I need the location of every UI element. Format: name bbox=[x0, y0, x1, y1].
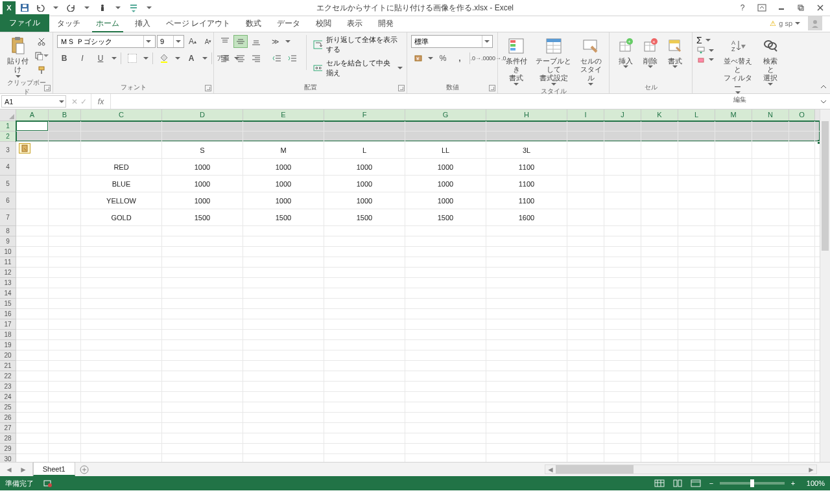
align-right[interactable] bbox=[249, 52, 263, 65]
cell-H4[interactable]: 1100 bbox=[486, 159, 567, 176]
decrease-font-size[interactable]: A▾ bbox=[201, 35, 215, 48]
row-header-3[interactable]: 3 bbox=[0, 142, 16, 159]
tab-developer[interactable]: 開発 bbox=[370, 16, 401, 32]
ribbon-display-options[interactable] bbox=[752, 0, 772, 16]
cell-F6[interactable]: 1000 bbox=[324, 192, 405, 209]
row-header-1[interactable]: 1 bbox=[0, 121, 16, 132]
redo-dropdown[interactable] bbox=[79, 1, 95, 15]
cell-G5[interactable]: 1000 bbox=[405, 176, 486, 192]
qat-customize-button[interactable] bbox=[126, 1, 141, 15]
row-header-21[interactable]: 21 bbox=[0, 361, 16, 371]
col-header-J[interactable]: J bbox=[604, 109, 641, 120]
increase-font-size[interactable]: A▴ bbox=[185, 35, 200, 48]
row-header-25[interactable]: 25 bbox=[0, 402, 16, 413]
underline-button[interactable]: U bbox=[93, 52, 108, 65]
align-bottom[interactable] bbox=[249, 35, 263, 48]
tab-insert[interactable]: 挿入 bbox=[127, 16, 158, 32]
maximize-button[interactable] bbox=[791, 0, 811, 16]
vertical-scroll-thumb[interactable] bbox=[822, 121, 829, 251]
col-header-F[interactable]: F bbox=[324, 109, 405, 120]
fill-button[interactable] bbox=[696, 47, 714, 54]
align-top[interactable] bbox=[218, 35, 232, 48]
fill-color-button[interactable] bbox=[157, 52, 171, 65]
tab-view[interactable]: 表示 bbox=[339, 16, 370, 32]
view-page-layout[interactable] bbox=[670, 478, 685, 488]
insert-function-button[interactable]: fx bbox=[91, 94, 111, 109]
clear-button[interactable] bbox=[696, 56, 714, 63]
col-header-O[interactable]: O bbox=[789, 109, 815, 120]
cell-G3[interactable]: LL bbox=[405, 142, 486, 159]
tab-data[interactable]: データ bbox=[269, 16, 308, 32]
column-headers[interactable]: ABCDEFGHIJKLMNO bbox=[16, 109, 820, 121]
tab-page-layout[interactable]: ページ レイアウト bbox=[158, 16, 238, 32]
font-size-combo[interactable] bbox=[157, 35, 184, 48]
italic-button[interactable]: I bbox=[75, 52, 89, 65]
zoom-slider[interactable] bbox=[720, 482, 785, 485]
col-header-H[interactable]: H bbox=[486, 109, 567, 120]
cell-D5[interactable]: 1000 bbox=[162, 176, 243, 192]
paste-button[interactable]: 貼り付け bbox=[4, 35, 32, 79]
accounting-format[interactable]: ¥ bbox=[411, 52, 425, 65]
row-header-10[interactable]: 10 bbox=[0, 247, 16, 257]
row-header-9[interactable]: 9 bbox=[0, 236, 16, 247]
font-name-combo[interactable] bbox=[57, 35, 156, 48]
cell-E4[interactable]: 1000 bbox=[243, 159, 324, 176]
cell-H3[interactable]: 3L bbox=[486, 142, 567, 159]
find-select-button[interactable]: 検索と 選択 bbox=[757, 35, 783, 87]
tab-touch[interactable]: タッチ bbox=[49, 16, 88, 32]
zoom-level[interactable]: 100% bbox=[807, 479, 825, 487]
zoom-out[interactable]: − bbox=[707, 479, 716, 487]
comma-format[interactable]: , bbox=[453, 52, 467, 65]
cell-C6[interactable]: YELLOW bbox=[81, 192, 162, 209]
font-color-button[interactable]: A bbox=[184, 52, 198, 65]
collapse-ribbon-button[interactable] bbox=[820, 83, 827, 91]
cell-C7[interactable]: GOLD bbox=[81, 209, 162, 226]
row-header-14[interactable]: 14 bbox=[0, 288, 16, 299]
row-header-20[interactable]: 20 bbox=[0, 350, 16, 361]
col-header-C[interactable]: C bbox=[81, 109, 162, 120]
minimize-button[interactable] bbox=[772, 0, 791, 16]
cell-styles-button[interactable]: セルの スタイル bbox=[576, 35, 605, 87]
cell-D7[interactable]: 1500 bbox=[162, 209, 243, 226]
row-header-15[interactable]: 15 bbox=[0, 299, 16, 309]
view-page-break[interactable] bbox=[689, 478, 703, 488]
bold-button[interactable]: B bbox=[57, 52, 71, 65]
alignment-dialog-launcher[interactable] bbox=[398, 85, 405, 91]
close-button[interactable] bbox=[811, 0, 830, 16]
tab-file[interactable]: ファイル bbox=[0, 14, 49, 32]
cell-E3[interactable]: M bbox=[243, 142, 324, 159]
orientation-button[interactable]: ≫ bbox=[270, 35, 284, 48]
row-header-19[interactable]: 19 bbox=[0, 340, 16, 350]
clipboard-dialog-launcher[interactable] bbox=[44, 85, 51, 91]
row-header-6[interactable]: 6 bbox=[0, 192, 16, 209]
sort-filter-button[interactable]: AZ並べ替えと フィルター bbox=[718, 35, 757, 95]
col-header-K[interactable]: K bbox=[641, 109, 678, 120]
col-header-G[interactable]: G bbox=[405, 109, 486, 120]
row-header-2[interactable]: 2 bbox=[0, 132, 16, 142]
new-sheet-button[interactable] bbox=[75, 463, 93, 476]
zoom-in[interactable]: + bbox=[788, 479, 798, 487]
help-button[interactable]: ? bbox=[733, 0, 752, 16]
cell-D4[interactable]: 1000 bbox=[162, 159, 243, 176]
increase-decimal[interactable]: .0→.00 bbox=[473, 52, 487, 65]
cell-F3[interactable]: L bbox=[324, 142, 405, 159]
worksheet-grid[interactable]: ABCDEFGHIJKLMNO 123456789101112131415161… bbox=[0, 109, 830, 462]
cell-D3[interactable]: S bbox=[162, 142, 243, 159]
row-header-23[interactable]: 23 bbox=[0, 382, 16, 392]
format-cells-button[interactable]: 書式 bbox=[663, 35, 687, 69]
cell-G7[interactable]: 1500 bbox=[405, 209, 486, 226]
row-header-11[interactable]: 11 bbox=[0, 257, 16, 268]
undo-button[interactable] bbox=[32, 1, 48, 15]
cells-container[interactable]: SMLLL3LRED10001000100010001100BLUE100010… bbox=[16, 121, 820, 462]
tab-home[interactable]: ホーム bbox=[88, 16, 127, 32]
row-header-17[interactable]: 17 bbox=[0, 319, 16, 330]
cut-button[interactable] bbox=[34, 35, 49, 48]
select-all-button[interactable] bbox=[0, 109, 16, 121]
col-header-D[interactable]: D bbox=[162, 109, 243, 120]
cell-H5[interactable]: 1100 bbox=[486, 176, 567, 192]
conditional-formatting-button[interactable]: 条件付き 書式 bbox=[502, 35, 530, 87]
col-header-M[interactable]: M bbox=[715, 109, 752, 120]
cell-F5[interactable]: 1000 bbox=[324, 176, 405, 192]
save-button[interactable] bbox=[17, 1, 32, 15]
decrease-indent[interactable] bbox=[270, 52, 284, 65]
